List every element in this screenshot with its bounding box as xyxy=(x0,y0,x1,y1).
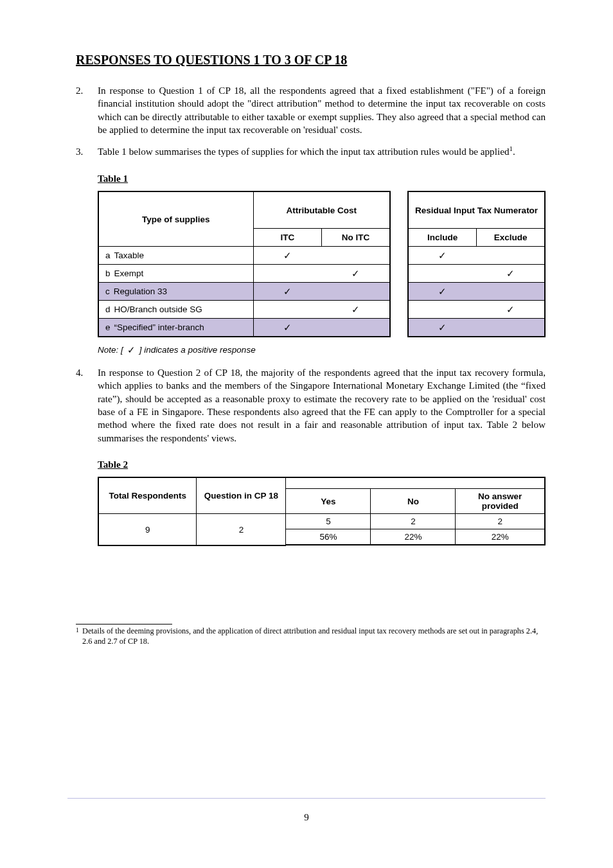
paragraph-4: 4. In response to Question 2 of CP 18, t… xyxy=(76,366,546,445)
table-row: cRegulation 33 ✓ ✓ xyxy=(98,283,545,301)
col-supply: Type of supplies xyxy=(98,191,253,247)
cell xyxy=(408,301,476,319)
footnote-rule xyxy=(76,624,172,624)
note-prefix: Note: [ xyxy=(98,345,123,355)
cell: ✓ xyxy=(253,247,321,265)
cell xyxy=(321,283,389,301)
note-suffix: ] indicates a positive response xyxy=(139,345,256,355)
table-row: dHO/Branch outside SG ✓ ✓ xyxy=(98,301,545,319)
col-total: Total Respondents xyxy=(98,477,197,514)
check-icon: ✓ xyxy=(506,304,515,315)
cell-noanswer: 2 xyxy=(456,514,545,529)
sub-include: Include xyxy=(408,229,476,247)
check-icon: ✓ xyxy=(127,345,136,355)
check-icon: ✓ xyxy=(506,268,515,279)
check-icon: ✓ xyxy=(351,268,360,279)
col-attr: Attributable Cost xyxy=(253,191,390,229)
para-num: 2. xyxy=(76,84,98,136)
check-icon: ✓ xyxy=(351,304,360,315)
table1-title: Table 1 xyxy=(98,173,546,184)
row-label: bExempt xyxy=(98,265,253,283)
cell-noanswer-pct: 22% xyxy=(456,529,545,545)
check-icon: ✓ xyxy=(283,322,292,333)
cell xyxy=(477,283,545,301)
cell-yes-pct: 56% xyxy=(286,529,371,545)
col-no: No xyxy=(371,489,456,514)
cell xyxy=(477,247,545,265)
cell-yes: 5 xyxy=(286,514,371,529)
cell: ✓ xyxy=(477,265,545,283)
footnote-number: 1 xyxy=(76,626,82,647)
cell-no-pct: 22% xyxy=(371,529,456,545)
cell: ✓ xyxy=(321,265,389,283)
cell: ✓ xyxy=(408,319,476,337)
cell xyxy=(321,319,389,337)
cell xyxy=(321,247,389,265)
cell: ✓ xyxy=(321,301,389,319)
row-label: dHO/Branch outside SG xyxy=(98,301,253,319)
table-responses: Total Respondents Question in CP 18 Yes … xyxy=(98,477,546,546)
footnote-text: Details of the deeming provisions, and t… xyxy=(82,626,546,647)
table-row: aTaxable ✓ ✓ xyxy=(98,247,545,265)
check-icon: ✓ xyxy=(438,322,447,333)
check-icon: ✓ xyxy=(283,286,292,297)
footnote: 1 Details of the deeming provisions, and… xyxy=(76,626,546,647)
cell: ✓ xyxy=(477,301,545,319)
para-text: In response to Question 1 of CP 18, all … xyxy=(98,84,546,136)
row-label: aTaxable xyxy=(98,247,253,265)
table-supplies: Type of supplies Attributable Cost Resid… xyxy=(98,191,546,337)
check-icon: ✓ xyxy=(438,286,447,297)
sub-exclude: Exclude xyxy=(477,229,545,247)
cell xyxy=(477,319,545,337)
para-num: 3. xyxy=(76,145,98,158)
col-yes: Yes xyxy=(286,489,371,514)
para-text-prefix: Table 1 below summarises the types of su… xyxy=(98,146,509,157)
table-row: bExempt ✓ ✓ xyxy=(98,265,545,283)
cell xyxy=(253,265,321,283)
row-label: e“Specified” inter-branch xyxy=(98,319,253,337)
cell xyxy=(253,301,321,319)
check-icon: ✓ xyxy=(283,250,292,261)
page-footer-rule xyxy=(67,798,546,799)
cell: ✓ xyxy=(408,247,476,265)
col-residual: Residual Input Tax Numerator xyxy=(408,191,545,229)
col-noanswer: No answer provided xyxy=(456,489,545,514)
cell-total: 9 xyxy=(98,514,197,545)
table1-note: Note: [ ✓ ] indicates a positive respons… xyxy=(98,345,546,355)
check-icon: ✓ xyxy=(438,250,447,261)
document-title: RESPONSES TO QUESTIONS 1 TO 3 OF CP 18 xyxy=(76,53,546,67)
cell: ✓ xyxy=(408,283,476,301)
para-text: In response to Question 2 of CP 18, the … xyxy=(98,366,546,445)
row-label: cRegulation 33 xyxy=(98,283,253,301)
cell-question: 2 xyxy=(197,514,286,545)
cell xyxy=(408,265,476,283)
para-text: Table 1 below summarises the types of su… xyxy=(98,145,546,158)
para-text-suffix: . xyxy=(513,146,515,157)
paragraph-3: 3. Table 1 below summarises the types of… xyxy=(76,145,546,158)
cell-no: 2 xyxy=(371,514,456,529)
table-row: e“Specified” inter-branch ✓ ✓ xyxy=(98,319,545,337)
cell: ✓ xyxy=(253,283,321,301)
sub-noitc: No ITC xyxy=(321,229,389,247)
para-num: 4. xyxy=(76,366,98,445)
paragraph-2: 2. In response to Question 1 of CP 18, a… xyxy=(76,84,546,136)
col-question: Question in CP 18 xyxy=(197,477,286,514)
table-row: 9 2 5 2 2 xyxy=(98,514,545,529)
sub-itc: ITC xyxy=(253,229,321,247)
page-number: 9 xyxy=(0,812,613,823)
cell: ✓ xyxy=(253,319,321,337)
table2-title: Table 2 xyxy=(98,459,546,470)
